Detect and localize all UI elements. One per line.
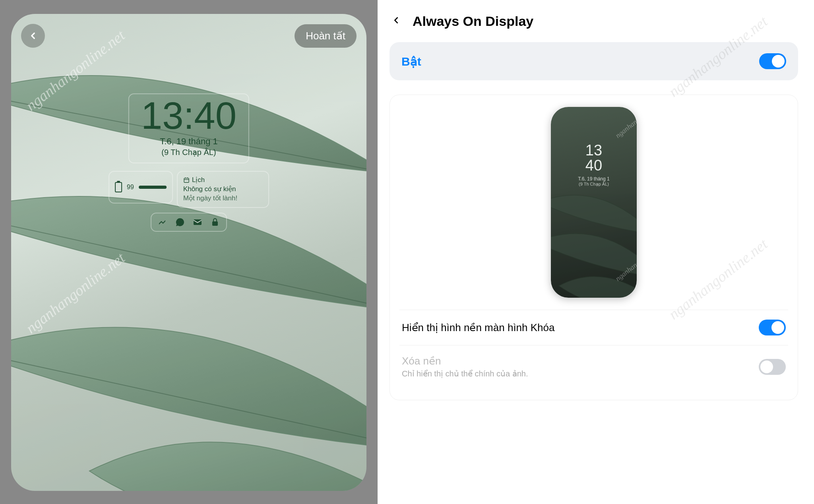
calendar-wish: Một ngày tốt lành! [183, 194, 263, 203]
lock-icon [210, 217, 220, 227]
aod-preview[interactable]: nganhangonline.net nganhangonline.net 13… [551, 107, 637, 298]
widgets-row: 99 Lịch Không có sự kiện Một ngày tốt là… [109, 171, 269, 208]
done-button[interactable]: Hoàn tất [295, 24, 357, 48]
aod-wallpaper [551, 107, 637, 298]
calendar-empty: Không có sự kiện [183, 185, 263, 194]
show-wallpaper-label: Hiển thị hình nền màn hình Khóa [402, 322, 554, 334]
lunar-text: (9 Th Chạp ÂL) [141, 147, 236, 157]
battery-value: 99 [127, 184, 134, 191]
aod-lunar: (9 Th Chạp ÂL) [551, 182, 637, 187]
phone-preview: nganhangonline.net nganhangonline.net Ho… [11, 14, 366, 491]
on-label: Bật [401, 54, 421, 68]
aod-min: 40 [551, 158, 637, 173]
message-icon [175, 217, 185, 227]
battery-bar [139, 186, 167, 189]
calendar-label: Lịch [192, 176, 205, 185]
page-title: Always On Display [413, 14, 533, 29]
aod-preview-card: nganhangonline.net nganhangonline.net 13… [390, 95, 798, 400]
date-text: T.6, 19 tháng 1 [141, 136, 236, 147]
aod-master-toggle[interactable] [759, 53, 786, 69]
aod-settings-panel: nganhangonline.net nganhangonline.net Al… [378, 0, 814, 504]
time-text: 13:40 [141, 97, 236, 135]
battery-icon [115, 182, 122, 192]
show-wallpaper-toggle[interactable] [759, 320, 786, 335]
aod-date: T.6, 19 tháng 1 [551, 176, 637, 182]
mail-icon [193, 217, 202, 227]
calendar-widget[interactable]: Lịch Không có sự kiện Một ngày tốt lành! [177, 171, 269, 208]
calendar-icon [183, 177, 190, 183]
wallpaper-leaves [11, 14, 366, 491]
svg-rect-0 [184, 178, 189, 183]
master-toggle-card: Bật [390, 42, 798, 80]
battery-widget[interactable]: 99 [109, 171, 173, 204]
aod-hour: 13 [551, 143, 637, 158]
remove-bg-toggle[interactable] [759, 359, 786, 375]
svg-rect-5 [212, 221, 218, 226]
chevron-left-icon [392, 14, 401, 26]
remove-bg-sub: Chỉ hiển thị chủ thể chính của ảnh. [402, 369, 528, 378]
lockscreen-editor-panel: nganhangonline.net nganhangonline.net Ho… [0, 0, 378, 504]
back-button[interactable] [21, 24, 45, 48]
notification-icons-widget[interactable] [151, 213, 227, 232]
chevron-left-icon [28, 31, 38, 41]
clock-widget[interactable]: 13:40 T.6, 19 tháng 1 (9 Th Chạp ÂL) [128, 93, 249, 163]
missed-call-icon [158, 217, 167, 227]
back-button[interactable] [390, 12, 403, 30]
remove-bg-label: Xóa nền [402, 355, 528, 367]
